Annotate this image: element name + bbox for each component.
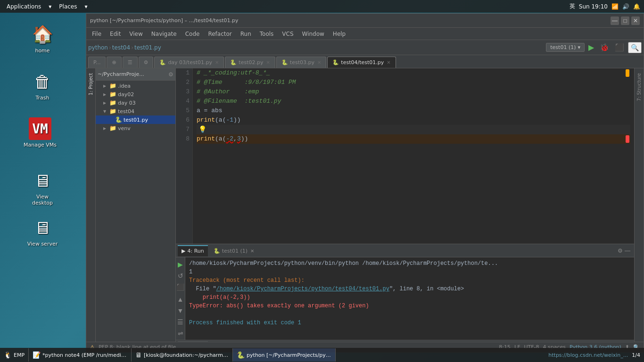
menu-file[interactable]: File xyxy=(88,30,105,38)
desktop-icon-manage-vms[interactable]: VM Manage VMs xyxy=(21,115,59,150)
menu-vcs[interactable]: VCS xyxy=(278,30,297,38)
tree-item-day03[interactable]: ▶ 📁 day 03 xyxy=(96,99,175,107)
applications-arrow: ▾ xyxy=(46,2,54,11)
home-icon: 🏠 xyxy=(31,23,54,46)
desktop-icon-trash[interactable]: 🗑 Trash xyxy=(24,68,61,103)
stop-button[interactable]: ⬛ xyxy=(613,42,626,53)
run-output-1: 1 xyxy=(189,268,630,276)
tree-item-test04[interactable]: ▼ 📁 test04 xyxy=(96,107,175,115)
run-stop-btn[interactable]: ⬛ xyxy=(176,282,186,292)
taskbar-emp[interactable]: 🐧 EMP xyxy=(0,348,29,362)
breadcrumb: python › test04 › test01.py xyxy=(88,44,544,51)
tab-test02-label: test02.py xyxy=(239,59,263,66)
run-tab-config-close[interactable]: ✕ xyxy=(250,248,254,254)
run-tab-run[interactable]: ▶ 4: Run xyxy=(178,245,208,256)
tab-day03-test01[interactable]: 🐍 day 03/test01.py ✕ xyxy=(154,57,224,68)
tab-menu-icon: ☰ xyxy=(128,59,132,66)
run-play-btn[interactable]: ▶ xyxy=(176,259,186,270)
breadcrumb-python[interactable]: python xyxy=(88,44,108,51)
maximize-button[interactable]: □ xyxy=(621,16,629,25)
run-scroll-down[interactable]: ▼ xyxy=(176,305,186,316)
notification-icon: 🔔 xyxy=(633,3,640,10)
tab-test02[interactable]: 🐍 test02.py ✕ xyxy=(225,57,275,68)
taskbar-url[interactable]: https://blog.csdn.net/weixin_... xyxy=(548,352,628,358)
far-right-tabs: 7: Structure xyxy=(634,68,644,352)
run-panel-settings-btn[interactable]: ⚙ xyxy=(618,247,623,254)
applications-menu[interactable]: Applications xyxy=(4,2,44,11)
code-editor[interactable]: 1 2 3 4 5 6 7 8 # _*_coding xyxy=(176,68,634,244)
run-tab-label: 4: Run xyxy=(187,248,204,254)
run-filter-btn[interactable]: ☰ xyxy=(176,317,186,327)
tree-item-test01py[interactable]: 🐍 test01.py xyxy=(96,115,175,124)
main-content: 1: Project ~/PycharmProje... ⚙ ▶ 📁 .idea… xyxy=(86,68,644,352)
taskbar-note4-icon: 📝 xyxy=(33,351,41,359)
window-controls: — □ ✕ xyxy=(611,16,640,25)
run-tab-icon-config: 🐍 xyxy=(214,248,220,254)
tab-test04-test01[interactable]: 🐍 test04/test01.py ✕ xyxy=(327,57,396,68)
run-rerun-btn[interactable]: ↺ xyxy=(176,271,186,281)
tab-day03-close[interactable]: ✕ xyxy=(215,60,219,65)
menu-navigate[interactable]: Navigate xyxy=(148,30,181,38)
desktop-icon-view-server[interactable]: 🖥 View server xyxy=(24,214,61,249)
code-line-7: 💡 xyxy=(197,125,630,134)
taskbar-pycharm[interactable]: 🐍 python [~/PycharmProjects/pytho... xyxy=(233,348,336,362)
tree-item-venv[interactable]: ▶ 📁 venv xyxy=(96,124,175,132)
project-panel-settings[interactable]: ⚙ xyxy=(168,71,173,78)
menu-window[interactable]: Window xyxy=(298,30,328,38)
tab-test02-close[interactable]: ✕ xyxy=(266,60,270,65)
breadcrumb-test01py[interactable]: test01.py xyxy=(134,44,161,51)
code-line-3: # @Author :emp xyxy=(197,87,630,97)
far-right-structure-tab[interactable]: 7: Structure xyxy=(636,70,643,104)
code-line-1: # _*_coding:utf-8_*_ xyxy=(197,68,630,78)
tree-item-idea[interactable]: ▶ 📁 .idea xyxy=(96,82,175,90)
menu-edit[interactable]: Edit xyxy=(106,30,124,38)
code-content[interactable]: # _*_coding:utf-8_*_ # @Time :9/8/197:01… xyxy=(193,68,634,244)
toolbar-right: test01 (1) ▾ ▶ 🐞 ⬛ 🔍 xyxy=(546,42,642,53)
debug-button[interactable]: 🐞 xyxy=(598,42,611,53)
run-scroll-up[interactable]: ▲ xyxy=(176,294,186,304)
tab-project-panel[interactable]: P... xyxy=(88,57,106,68)
tab-day03-label: day 03/test01.py xyxy=(168,59,212,66)
run-button[interactable]: ▶ xyxy=(586,42,596,53)
volume-icon: 🔊 xyxy=(622,3,629,10)
desktop-icon-view-desktop[interactable]: 🖥 View desktop xyxy=(24,167,61,208)
run-config-selector[interactable]: test01 (1) ▾ xyxy=(546,43,585,52)
project-panel: ~/PycharmProje... ⚙ ▶ 📁 .idea ▶ 📁 day02 xyxy=(96,68,176,352)
taskbar-terminal[interactable]: 🖥 [kiosk@foundation:~/pycharm-co... xyxy=(132,348,233,362)
taskbar-note4-label: *python note4 (EMP /run/media/... xyxy=(42,352,127,358)
project-panel-header: ~/PycharmProje... ⚙ xyxy=(96,68,175,81)
tree-item-test01py-label: test01.py xyxy=(124,117,148,123)
menu-tools[interactable]: Tools xyxy=(256,30,278,38)
menu-help[interactable]: Help xyxy=(329,30,349,38)
taskbar-pycharm-icon: 🐍 xyxy=(237,351,245,359)
side-tab-project[interactable]: 1: Project xyxy=(87,70,94,98)
run-tab-active-config[interactable]: 🐍 test01 (1) ✕ xyxy=(210,245,258,256)
places-menu[interactable]: Places xyxy=(56,2,80,11)
tab-add[interactable]: ⊕ xyxy=(107,57,121,68)
breadcrumb-test04[interactable]: test04 xyxy=(112,44,130,51)
tab-menu[interactable]: ☰ xyxy=(123,57,138,68)
menu-view[interactable]: View xyxy=(125,30,146,38)
tree-item-venv-label: venv xyxy=(118,125,131,132)
run-file-link[interactable]: /home/kiosk/PycharmProjects/python/test0… xyxy=(216,286,389,292)
desktop-icon-home[interactable]: 🏠 home xyxy=(24,21,61,56)
trash-label: Trash xyxy=(35,95,49,101)
run-panel-close-btn[interactable]: — xyxy=(625,247,630,254)
lang-indicator[interactable]: 英 xyxy=(570,2,575,10)
run-file-line: File "/home/kiosk/PycharmProjects/python… xyxy=(189,285,630,293)
tab-test03-close[interactable]: ✕ xyxy=(317,60,321,65)
view-desktop-icon: 🖥 xyxy=(31,169,54,192)
tab-test03[interactable]: 🐍 test03.py ✕ xyxy=(276,57,327,68)
close-button[interactable]: ✕ xyxy=(631,16,640,25)
menu-code[interactable]: Code xyxy=(182,30,204,38)
menu-run[interactable]: Run xyxy=(237,30,255,38)
search-button[interactable]: 🔍 xyxy=(628,42,642,53)
tab-test04-test01-close[interactable]: ✕ xyxy=(387,60,390,65)
taskbar-emp-icon: 🐧 xyxy=(4,351,12,359)
taskbar-note4[interactable]: 📝 *python note4 (EMP /run/media/... xyxy=(29,348,132,362)
tree-item-day02[interactable]: ▶ 📁 day02 xyxy=(96,90,175,99)
menu-refactor[interactable]: Refactor xyxy=(204,30,235,38)
minimize-button[interactable]: — xyxy=(611,16,619,25)
tab-settings[interactable]: ⚙ xyxy=(139,57,154,68)
run-wrap-btn[interactable]: ⇌ xyxy=(176,328,186,338)
